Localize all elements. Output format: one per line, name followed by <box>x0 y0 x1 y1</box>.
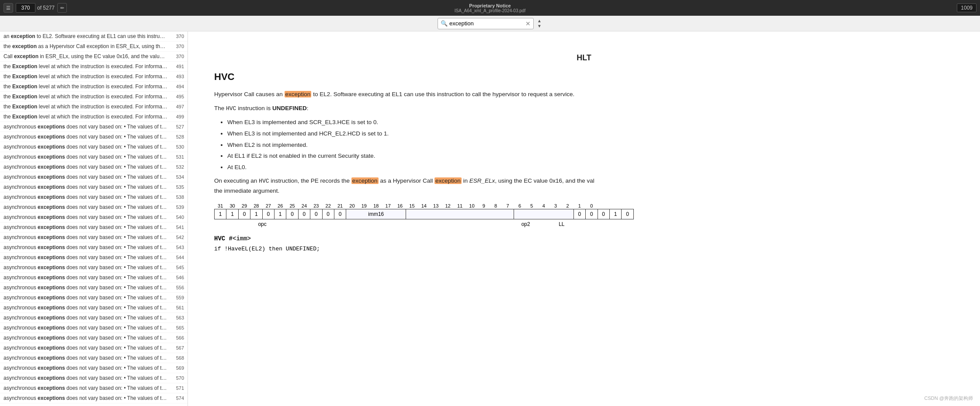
list-item[interactable]: the Exception level at which the instruc… <box>0 82 188 92</box>
list-item[interactable]: the Exception level at which the instruc… <box>0 72 188 82</box>
bit-labels-row: opc op2 LL <box>215 219 634 229</box>
list-item[interactable]: asynchronous exceptions does not vary ba… <box>0 182 188 192</box>
opc-label: opc <box>215 219 310 229</box>
list-item[interactable]: asynchronous exceptions does not vary ba… <box>0 293 188 303</box>
bit-31: 31 <box>215 203 226 209</box>
val-29: 0 <box>238 209 250 219</box>
toolbar: ☰ 370 of 5277 ✏ Proprietary Notice ISA_A… <box>0 0 980 16</box>
result-page-num: 370 <box>171 43 184 50</box>
bit-29: 29 <box>238 203 250 209</box>
list-item[interactable]: the exception as a Hypervisor Call excep… <box>0 42 188 52</box>
bit-9: 9 <box>478 203 490 209</box>
list-item[interactable]: asynchronous exceptions does not vary ba… <box>0 393 188 403</box>
list-item[interactable]: asynchronous exceptions does not vary ba… <box>0 343 188 353</box>
result-page-num: 570 <box>171 375 184 382</box>
bit-3: 3 <box>549 203 561 209</box>
list-item[interactable]: asynchronous exceptions does not vary ba… <box>0 263 188 273</box>
list-item[interactable]: asynchronous exceptions does not vary ba… <box>0 232 188 243</box>
search-prev-button[interactable]: ▲ <box>536 18 542 24</box>
list-item[interactable]: asynchronous exceptions does not vary ba… <box>0 383 188 393</box>
list-item[interactable]: asynchronous exceptions does not vary ba… <box>0 353 188 363</box>
result-page-num: 543 <box>171 244 184 251</box>
bit-2: 2 <box>562 203 573 209</box>
list-item[interactable]: the Exception level at which the instruc… <box>0 62 188 72</box>
toggle-icon: ☰ <box>6 5 10 11</box>
pdf-page: HLT HVC Hypervisor Call causes an except… <box>188 31 980 406</box>
search-next-button[interactable]: ▼ <box>536 24 542 29</box>
list-item[interactable]: asynchronous exceptions does not vary ba… <box>0 313 188 323</box>
bit-21: 21 <box>334 203 346 209</box>
list-item[interactable]: Call exception in ESR_ELx, using the EC … <box>0 52 188 62</box>
list-item[interactable]: asynchronous exceptions does not vary ba… <box>0 323 188 333</box>
result-page-num: 531 <box>171 153 184 161</box>
bit-8: 8 <box>490 203 501 209</box>
list-item[interactable]: asynchronous exceptions does not vary ba… <box>0 303 188 313</box>
bit-13: 13 <box>430 203 442 209</box>
val-31: 1 <box>215 209 226 219</box>
bit-20: 20 <box>346 203 358 209</box>
list-item[interactable]: asynchronous exceptions does not vary ba… <box>0 243 188 253</box>
hvc-mono: HVC <box>226 105 236 112</box>
list-item[interactable]: asynchronous exceptions does not vary ba… <box>0 172 188 182</box>
search-clear-button[interactable]: ✕ <box>525 21 531 27</box>
list-item[interactable]: asynchronous exceptions does not vary ba… <box>0 253 188 263</box>
list-item[interactable]: asynchronous exceptions does not vary ba… <box>0 142 188 152</box>
highlight-exception-2: exception <box>351 177 379 184</box>
result-page-num: 530 <box>171 143 184 151</box>
val-3: 0 <box>573 209 585 219</box>
result-page-num: 565 <box>171 324 184 332</box>
list-item[interactable]: asynchronous exceptions does not vary ba… <box>0 222 188 232</box>
list-item[interactable]: asynchronous exceptions does not vary ba… <box>0 202 188 212</box>
result-page-num: 532 <box>171 163 184 171</box>
val-26: 1 <box>274 209 286 219</box>
highlight-exception-1: exception <box>285 91 312 97</box>
esr-elx-italic: ESR_ELx <box>469 177 495 184</box>
highlight-exception-3: exception <box>434 177 462 184</box>
search-wrapper: 🔍 ✕ <box>438 18 534 29</box>
list-item[interactable]: asynchronous exceptions does not vary ba… <box>0 152 188 162</box>
val-1b: 1 <box>609 209 621 219</box>
results-list: an exception to EL2. Software executing … <box>0 31 188 403</box>
list-item[interactable]: the Exception level at which the instruc… <box>0 112 188 122</box>
bit-22: 22 <box>322 203 334 209</box>
list-item[interactable]: the Exception level at which the instruc… <box>0 92 188 102</box>
val-imm16-cont <box>406 209 514 219</box>
val-2: 0 <box>586 209 598 219</box>
empty-label <box>573 219 598 229</box>
list-item[interactable]: asynchronous exceptions does not vary ba… <box>0 162 188 172</box>
bit-10: 10 <box>466 203 478 209</box>
list-item[interactable]: asynchronous exceptions does not vary ba… <box>0 333 188 343</box>
list-item[interactable]: the Exception level at which the instruc… <box>0 102 188 112</box>
bit-header-row: 31 30 29 28 27 26 25 24 23 22 21 20 19 1… <box>215 203 634 209</box>
list-item[interactable]: asynchronous exceptions does not vary ba… <box>0 132 188 142</box>
pdf-body: Hypervisor Call causes an exception to E… <box>214 90 608 196</box>
intro-paragraph: Hypervisor Call causes an exception to E… <box>214 90 608 99</box>
list-item[interactable]: asynchronous exceptions does not vary ba… <box>0 373 188 383</box>
sidebar-toggle-button[interactable]: ☰ <box>3 3 13 13</box>
ll-label: LL <box>549 219 573 229</box>
result-page-num: 528 <box>171 133 184 141</box>
proprietary-notice-label: Proprietary Notice <box>455 3 525 8</box>
list-item[interactable]: an exception to EL2. Software executing … <box>0 31 188 42</box>
edit-button[interactable]: ✏ <box>57 3 67 13</box>
bit-28: 28 <box>250 203 262 209</box>
page-number-input[interactable]: 370 <box>16 3 35 13</box>
code-line: if !HaveEL(EL2) then UNDEFINED; <box>214 246 954 252</box>
list-item[interactable]: asynchronous exceptions does not vary ba… <box>0 122 188 132</box>
result-page-num: 556 <box>171 284 184 291</box>
list-item[interactable]: asynchronous exceptions does not vary ba… <box>0 273 188 283</box>
bit-0: 0 <box>586 203 598 209</box>
search-results-panel[interactable]: an exception to EL2. Software executing … <box>0 31 188 406</box>
bit-4: 4 <box>538 203 549 209</box>
val-21: 0 <box>334 209 346 219</box>
bit-6: 6 <box>514 203 525 209</box>
bullet-4: At EL1 if EL2 is not enabled in the curr… <box>227 151 608 161</box>
list-item[interactable]: asynchronous exceptions does not vary ba… <box>0 363 188 373</box>
list-item[interactable]: asynchronous exceptions does not vary ba… <box>0 283 188 293</box>
list-item[interactable]: asynchronous exceptions does not vary ba… <box>0 192 188 202</box>
search-input[interactable] <box>449 20 525 27</box>
bit-27: 27 <box>262 203 274 209</box>
list-item[interactable]: asynchronous exceptions does not vary ba… <box>0 212 188 222</box>
bullet-1: When EL3 is implemented and SCR_EL3.HCE … <box>227 118 608 127</box>
bit-15: 15 <box>406 203 418 209</box>
